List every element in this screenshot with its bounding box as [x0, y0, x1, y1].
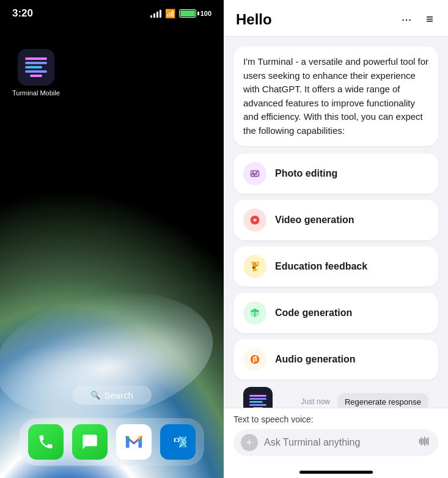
- photo-editing-icon: [243, 162, 266, 185]
- dock-messages-icon[interactable]: [72, 424, 108, 460]
- home-bar: [299, 471, 373, 474]
- battery-icon: 100: [179, 9, 211, 18]
- search-label: Search: [104, 390, 133, 400]
- app-label: Turminal Mobile: [12, 89, 60, 97]
- audio-generation-label: Audio generation: [275, 354, 356, 365]
- status-bar: 3:20 📶 100: [0, 0, 224, 27]
- feature-video-generation[interactable]: Video generation: [233, 200, 438, 240]
- audio-generation-icon: [243, 348, 266, 371]
- bot-message-text: I'm Turminal - a versatile and powerful …: [243, 56, 428, 136]
- video-generation-icon: [243, 208, 266, 232]
- svg-rect-17: [252, 270, 257, 271]
- header-actions: ··· ≡: [399, 10, 436, 29]
- phone-home-screen: 3:20 📶 100: [0, 0, 224, 478]
- chat-body: I'm Turminal - a versatile and powerful …: [224, 37, 448, 408]
- feature-photo-editing[interactable]: Photo editing: [233, 153, 438, 194]
- chat-input[interactable]: [264, 437, 411, 448]
- feature-audio-generation[interactable]: Audio generation: [233, 339, 438, 380]
- bot-avatar: [243, 387, 273, 408]
- add-attachment-button[interactable]: +: [241, 434, 258, 451]
- tts-label: Text to speech voice:: [233, 414, 438, 424]
- menu-button[interactable]: ≡: [424, 10, 436, 29]
- status-icons: 📶 100: [150, 9, 211, 18]
- dock-outlook-icon[interactable]: [160, 424, 196, 460]
- regenerate-button[interactable]: Regenerate response: [337, 393, 428, 408]
- education-feedback-icon: [243, 255, 266, 278]
- chat-header: Hello ··· ≡: [224, 0, 448, 37]
- photo-editing-label: Photo editing: [275, 168, 337, 179]
- turminal-app-icon[interactable]: [18, 49, 54, 86]
- feature-education-feedback[interactable]: Education feedback: [233, 246, 438, 287]
- search-bar[interactable]: 🔍 Search: [72, 386, 152, 405]
- dock-gmail-icon[interactable]: [116, 424, 152, 460]
- wifi-icon: 📶: [165, 9, 175, 18]
- input-row: +: [233, 429, 438, 456]
- dock-phone-icon[interactable]: [28, 424, 64, 460]
- bot-action-row: Just now Regenerate response: [233, 387, 438, 408]
- chat-panel: Hello ··· ≡ I'm Turminal - a versatile a…: [224, 0, 448, 478]
- search-icon: 🔍: [90, 391, 100, 400]
- video-generation-label: Video generation: [275, 215, 354, 226]
- education-feedback-label: Education feedback: [275, 261, 367, 272]
- code-generation-label: Code generation: [275, 307, 352, 318]
- dock: [20, 418, 204, 466]
- code-generation-icon: [243, 301, 266, 325]
- home-indicator: [224, 466, 448, 478]
- svg-point-3: [175, 438, 178, 441]
- svg-point-27: [253, 361, 255, 362]
- svg-point-28: [255, 359, 257, 361]
- more-options-button[interactable]: ···: [399, 10, 414, 29]
- feature-code-generation[interactable]: Code generation: [233, 293, 438, 333]
- status-time: 3:20: [12, 7, 33, 20]
- svg-point-25: [251, 355, 260, 364]
- signal-icon: [150, 9, 161, 18]
- app-icon-area: Turminal Mobile: [12, 49, 60, 97]
- svg-rect-16: [254, 268, 256, 270]
- message-timestamp: Just now: [301, 397, 330, 406]
- voice-input-icon[interactable]: [417, 435, 431, 451]
- bot-message: I'm Turminal - a versatile and powerful …: [233, 46, 438, 146]
- page-title: Hello: [236, 11, 272, 28]
- input-area: Text to speech voice: +: [224, 408, 448, 466]
- feature-list: Photo editing Video generation: [233, 153, 438, 380]
